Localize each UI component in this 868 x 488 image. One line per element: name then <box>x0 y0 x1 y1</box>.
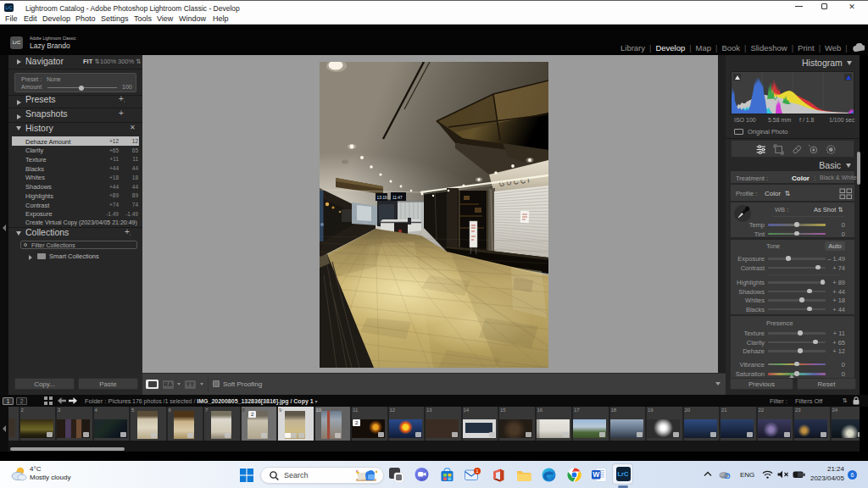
svg-text:11:47: 11:47 <box>392 196 403 200</box>
svg-text:W: W <box>593 470 600 479</box>
svg-text:13:19: 13:19 <box>377 196 387 200</box>
